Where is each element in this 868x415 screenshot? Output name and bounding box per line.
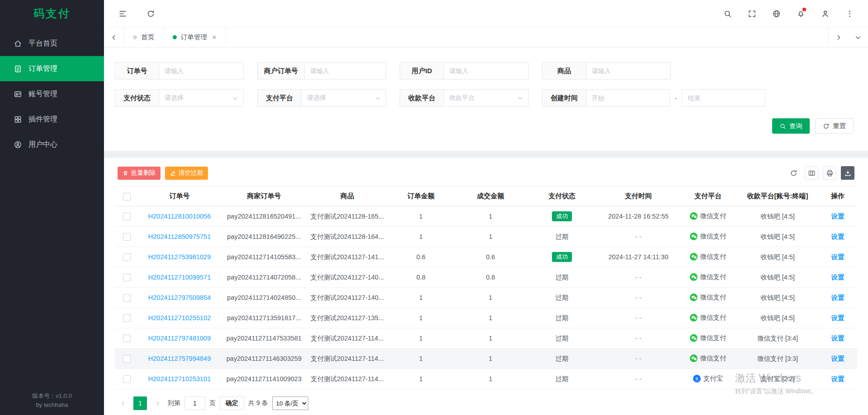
date-end-input[interactable] [682,89,765,107]
merchant-order-no-input[interactable] [304,62,386,79]
sidebar-item-home[interactable]: 平台首页 [0,31,104,56]
filter-row-2: 支付状态请选择支付平台请选择收款平台收款平台创建时间- [115,89,854,107]
reset-button[interactable]: 重置 [815,118,854,134]
receiver-platform-select[interactable]: 收款平台 [443,89,528,107]
refresh-button[interactable] [142,5,159,22]
goto-page-input[interactable] [184,396,205,410]
row-checkbox[interactable] [123,294,131,302]
column-header: 订单号 [138,187,221,206]
language-button[interactable] [768,5,785,22]
sidebar-item-user-center[interactable]: 用户中心 [0,132,104,157]
row-checkbox[interactable] [123,314,131,322]
settings-link[interactable]: 设置 [831,294,844,301]
merchant-order-no-cell: pay2024112714024850... [221,288,307,308]
settings-link[interactable]: 设置 [831,335,844,342]
order-no-link[interactable]: H2024112797481009 [148,335,211,342]
order-no-cell: H2024112850975751 [138,227,221,247]
paid-amount-cell: 1 [455,349,526,369]
pay-status-select[interactable]: 请选择 [159,89,244,107]
paid-amount-cell: 1 [455,369,526,389]
payment-platform: 微信支付 [690,293,726,302]
pay-status-cell: 过期 [526,349,598,369]
order-no-link[interactable]: H2024112710255102 [148,314,211,322]
order-no-link[interactable]: H2024112753981029 [148,253,211,261]
page-number-button[interactable]: 1 [133,396,147,410]
merchant-order-no-cell: pay202411271141009023 [221,369,307,389]
sidebar-item-orders[interactable]: 订单管理 [0,56,104,81]
column-header: 订单金额 [387,187,455,206]
collapse-menu-button[interactable] [114,5,131,22]
row-checkbox[interactable] [123,233,131,241]
wechat-icon [690,354,698,362]
row-checkbox[interactable] [123,274,131,281]
sidebar-item-plugins[interactable]: 插件管理 [0,107,104,132]
page-size-select[interactable]: 10 条/页 [272,396,308,410]
order-no-link[interactable]: H2024112850975751 [148,233,211,240]
select-all-checkbox[interactable] [123,193,131,201]
row-checkbox[interactable] [123,335,131,342]
sidebar-item-label: 订单管理 [28,64,57,74]
tabs-scroll-left-button[interactable] [104,28,124,47]
row-checkbox[interactable] [123,355,131,363]
refresh-button[interactable] [787,166,800,180]
pay-time-cell: 2024-11-28 16:52:55 [598,206,679,227]
version-info: 版本号：v1.0.0 by techhaha [0,392,104,410]
status-text: 过期 [556,314,569,322]
merchant-order-no-cell: pay2024112816490225... [221,227,307,247]
pay-platform-cell: 微信支付 [679,349,737,369]
more-button[interactable] [841,5,858,22]
goto-confirm-button[interactable]: 确定 [220,396,244,410]
batch-delete-button[interactable]: 批量删除 [118,167,160,180]
search-button[interactable] [719,5,736,22]
row-checkbox[interactable] [123,375,131,383]
notifications-button[interactable] [792,5,809,22]
order-no-link[interactable]: H2024112710253101 [148,375,211,382]
columns-button[interactable] [805,166,818,180]
user-id-input[interactable] [443,62,528,79]
row-select-cell [115,247,138,267]
filter-group-create-time: 创建时间- [542,89,765,107]
fullscreen-button[interactable] [743,5,760,22]
clear-expired-button[interactable]: 清空过期 [165,167,208,180]
settings-link[interactable]: 设置 [831,355,844,362]
pagination: 1 到第 页 确定 共 9 条 10 条/页 [117,389,857,415]
settings-link[interactable]: 设置 [831,314,844,322]
user-button[interactable] [816,5,834,22]
platform-label: 微信支付 [700,273,726,281]
export-button[interactable] [841,166,854,180]
row-checkbox[interactable] [123,213,131,220]
table-row: H2024112710099571pay2024112714072058...支… [115,267,857,288]
main-area: 首页订单管理× 订单号商户订单号用户ID商品 支付状态请选择支付平台请选择收款平… [104,0,868,415]
row-checkbox[interactable] [123,253,131,261]
order-no-input[interactable] [159,62,244,79]
next-page-button[interactable] [151,396,164,410]
pay-platform-select[interactable]: 请选择 [301,89,386,107]
content: 订单号商户订单号用户ID商品 支付状态请选择支付平台请选择收款平台收款平台创建时… [104,47,868,415]
order-no-link[interactable]: H2024112757994849 [148,355,211,362]
settings-link[interactable]: 设置 [831,233,844,240]
product-cell: 支付测试20241127-140... [307,288,387,308]
query-button[interactable]: 查询 [772,118,810,134]
tab-orders[interactable]: 订单管理× [164,28,226,47]
print-button[interactable] [823,166,836,180]
wechat-icon [690,253,698,261]
order-no-link[interactable]: H2024112710099571 [148,274,211,281]
tab-home[interactable]: 首页 [124,28,164,47]
tab-close-icon[interactable]: × [212,33,217,41]
usercenter-icon [14,140,22,149]
platform-label: 微信支付 [700,293,726,302]
settings-link[interactable]: 设置 [831,253,844,261]
prev-page-button[interactable] [117,396,129,410]
receiver-platform-cell: 收钱吧 [4:5] [737,288,818,308]
product-input[interactable] [586,62,671,79]
settings-link[interactable]: 设置 [831,375,844,382]
tabs-scroll-right-button[interactable] [828,28,848,47]
order-no-link[interactable]: H2024112797509854 [148,294,211,301]
order-no-link[interactable]: H2024112810010056 [148,213,211,220]
date-start-input[interactable] [586,89,670,107]
settings-link[interactable]: 设置 [831,274,844,281]
column-header: 商品 [307,187,387,206]
settings-link[interactable]: 设置 [831,213,844,220]
tabs-menu-button[interactable] [848,28,868,47]
sidebar-item-accounts[interactable]: 账号管理 [0,81,104,107]
